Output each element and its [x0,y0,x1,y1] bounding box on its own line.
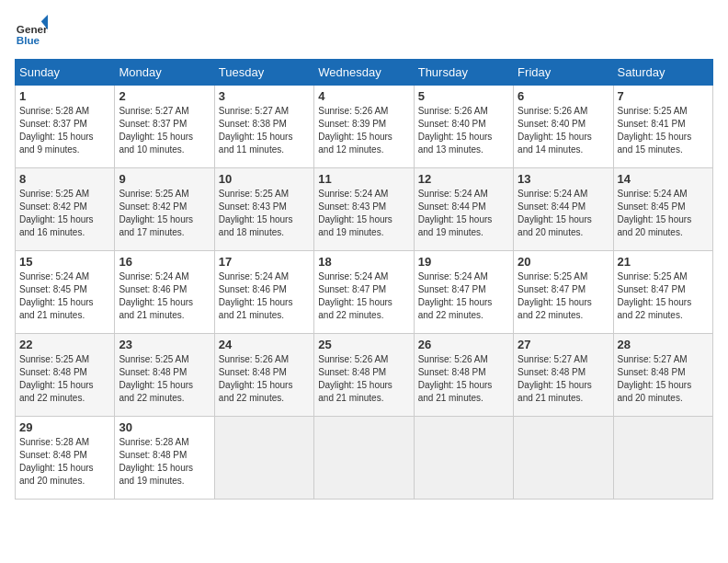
calendar-body: 1 Sunrise: 5:28 AM Sunset: 8:37 PM Dayli… [16,86,713,500]
calendar-cell: 8 Sunrise: 5:25 AM Sunset: 8:42 PM Dayli… [16,168,115,251]
day-number: 20 [518,255,609,269]
day-info: Sunrise: 5:27 AM Sunset: 8:38 PM Dayligh… [219,105,310,156]
calendar-cell: 14 Sunrise: 5:24 AM Sunset: 8:45 PM Dayl… [613,168,712,251]
day-info: Sunrise: 5:28 AM Sunset: 8:37 PM Dayligh… [19,105,110,156]
calendar-cell: 5 Sunrise: 5:26 AM Sunset: 8:40 PM Dayli… [414,86,513,168]
calendar-cell: 19 Sunrise: 5:24 AM Sunset: 8:47 PM Dayl… [414,251,513,334]
day-info: Sunrise: 5:25 AM Sunset: 8:47 PM Dayligh… [518,270,609,322]
calendar-cell: 9 Sunrise: 5:25 AM Sunset: 8:42 PM Dayli… [115,168,214,251]
day-info: Sunrise: 5:24 AM Sunset: 8:46 PM Dayligh… [119,270,210,322]
day-number: 8 [19,172,110,186]
day-header-sunday: Sunday [16,60,115,86]
calendar-cell: 24 Sunrise: 5:26 AM Sunset: 8:48 PM Dayl… [214,334,313,417]
calendar-cell: 30 Sunrise: 5:28 AM Sunset: 8:48 PM Dayl… [115,417,214,500]
day-number: 17 [219,255,310,269]
day-header-wednesday: Wednesday [314,60,414,86]
day-info: Sunrise: 5:24 AM Sunset: 8:44 PM Dayligh… [518,188,609,239]
day-number: 26 [418,338,509,351]
day-info: Sunrise: 5:27 AM Sunset: 8:48 PM Dayligh… [618,353,709,405]
day-info: Sunrise: 5:25 AM Sunset: 8:41 PM Dayligh… [618,105,709,156]
calendar-cell: 17 Sunrise: 5:24 AM Sunset: 8:46 PM Dayl… [214,251,313,334]
calendar-cell [613,417,712,500]
calendar-week-2: 8 Sunrise: 5:25 AM Sunset: 8:42 PM Dayli… [16,168,713,251]
day-number: 9 [119,172,210,186]
svg-text:Blue: Blue [17,34,40,46]
day-info: Sunrise: 5:28 AM Sunset: 8:48 PM Dayligh… [119,436,210,488]
day-info: Sunrise: 5:25 AM Sunset: 8:42 PM Dayligh… [119,188,210,239]
day-info: Sunrise: 5:26 AM Sunset: 8:40 PM Dayligh… [518,105,609,156]
day-number: 24 [219,338,310,351]
day-info: Sunrise: 5:28 AM Sunset: 8:48 PM Dayligh… [19,436,110,488]
calendar-cell: 2 Sunrise: 5:27 AM Sunset: 8:37 PM Dayli… [115,86,214,168]
calendar-cell [314,417,414,500]
day-info: Sunrise: 5:25 AM Sunset: 8:48 PM Dayligh… [19,353,110,405]
day-number: 13 [518,172,609,186]
calendar-week-1: 1 Sunrise: 5:28 AM Sunset: 8:37 PM Dayli… [16,86,713,168]
logo-icon: General Blue [15,15,48,48]
calendar-cell: 10 Sunrise: 5:25 AM Sunset: 8:43 PM Dayl… [214,168,313,251]
day-number: 4 [318,89,409,103]
calendar-cell [214,417,313,500]
calendar-cell: 29 Sunrise: 5:28 AM Sunset: 8:48 PM Dayl… [16,417,115,500]
calendar-cell: 28 Sunrise: 5:27 AM Sunset: 8:48 PM Dayl… [613,334,712,417]
calendar-week-5: 29 Sunrise: 5:28 AM Sunset: 8:48 PM Dayl… [16,417,713,500]
day-number: 15 [19,255,110,269]
day-info: Sunrise: 5:25 AM Sunset: 8:43 PM Dayligh… [219,188,310,239]
day-info: Sunrise: 5:24 AM Sunset: 8:43 PM Dayligh… [318,188,409,239]
day-info: Sunrise: 5:27 AM Sunset: 8:48 PM Dayligh… [518,353,609,405]
day-header-friday: Friday [514,60,613,86]
calendar-cell: 26 Sunrise: 5:26 AM Sunset: 8:48 PM Dayl… [414,334,513,417]
day-number: 11 [318,172,409,186]
day-header-saturday: Saturday [613,60,712,86]
day-number: 28 [618,338,709,351]
calendar-cell: 7 Sunrise: 5:25 AM Sunset: 8:41 PM Dayli… [613,86,712,168]
day-info: Sunrise: 5:26 AM Sunset: 8:48 PM Dayligh… [418,353,509,405]
calendar-table: SundayMondayTuesdayWednesdayThursdayFrid… [15,59,713,500]
calendar-cell: 21 Sunrise: 5:25 AM Sunset: 8:47 PM Dayl… [613,251,712,334]
day-info: Sunrise: 5:25 AM Sunset: 8:42 PM Dayligh… [19,188,110,239]
calendar-cell: 12 Sunrise: 5:24 AM Sunset: 8:44 PM Dayl… [414,168,513,251]
day-number: 5 [418,89,509,103]
calendar-cell: 23 Sunrise: 5:25 AM Sunset: 8:48 PM Dayl… [115,334,214,417]
calendar-cell: 11 Sunrise: 5:24 AM Sunset: 8:43 PM Dayl… [314,168,414,251]
day-number: 16 [119,255,210,269]
calendar-cell: 25 Sunrise: 5:26 AM Sunset: 8:48 PM Dayl… [314,334,414,417]
day-info: Sunrise: 5:24 AM Sunset: 8:45 PM Dayligh… [19,270,110,322]
calendar-week-3: 15 Sunrise: 5:24 AM Sunset: 8:45 PM Dayl… [16,251,713,334]
day-info: Sunrise: 5:26 AM Sunset: 8:48 PM Dayligh… [219,353,310,405]
day-number: 29 [19,420,110,434]
day-number: 6 [518,89,609,103]
calendar-cell: 4 Sunrise: 5:26 AM Sunset: 8:39 PM Dayli… [314,86,414,168]
day-number: 7 [618,89,709,103]
day-info: Sunrise: 5:24 AM Sunset: 8:47 PM Dayligh… [318,270,409,322]
calendar-cell: 20 Sunrise: 5:25 AM Sunset: 8:47 PM Dayl… [514,251,613,334]
calendar-cell: 13 Sunrise: 5:24 AM Sunset: 8:44 PM Dayl… [514,168,613,251]
page-header: General Blue [15,15,713,48]
calendar-cell: 6 Sunrise: 5:26 AM Sunset: 8:40 PM Dayli… [514,86,613,168]
day-number: 21 [618,255,709,269]
day-number: 23 [119,338,210,351]
day-info: Sunrise: 5:27 AM Sunset: 8:37 PM Dayligh… [119,105,210,156]
calendar-cell: 18 Sunrise: 5:24 AM Sunset: 8:47 PM Dayl… [314,251,414,334]
calendar-header-row: SundayMondayTuesdayWednesdayThursdayFrid… [16,60,713,86]
calendar-cell: 22 Sunrise: 5:25 AM Sunset: 8:48 PM Dayl… [16,334,115,417]
day-info: Sunrise: 5:24 AM Sunset: 8:45 PM Dayligh… [618,188,709,239]
day-number: 1 [19,89,110,103]
day-number: 2 [119,89,210,103]
day-header-tuesday: Tuesday [214,60,313,86]
calendar-cell: 15 Sunrise: 5:24 AM Sunset: 8:45 PM Dayl… [16,251,115,334]
calendar-cell: 1 Sunrise: 5:28 AM Sunset: 8:37 PM Dayli… [16,86,115,168]
logo: General Blue [15,15,51,48]
day-info: Sunrise: 5:24 AM Sunset: 8:44 PM Dayligh… [418,188,509,239]
day-info: Sunrise: 5:26 AM Sunset: 8:48 PM Dayligh… [318,353,409,405]
day-number: 30 [119,420,210,434]
calendar-cell: 27 Sunrise: 5:27 AM Sunset: 8:48 PM Dayl… [514,334,613,417]
day-info: Sunrise: 5:26 AM Sunset: 8:40 PM Dayligh… [418,105,509,156]
day-number: 14 [618,172,709,186]
day-number: 3 [219,89,310,103]
calendar-cell [414,417,513,500]
calendar-week-4: 22 Sunrise: 5:25 AM Sunset: 8:48 PM Dayl… [16,334,713,417]
day-number: 19 [418,255,509,269]
calendar-cell: 16 Sunrise: 5:24 AM Sunset: 8:46 PM Dayl… [115,251,214,334]
day-number: 12 [418,172,509,186]
